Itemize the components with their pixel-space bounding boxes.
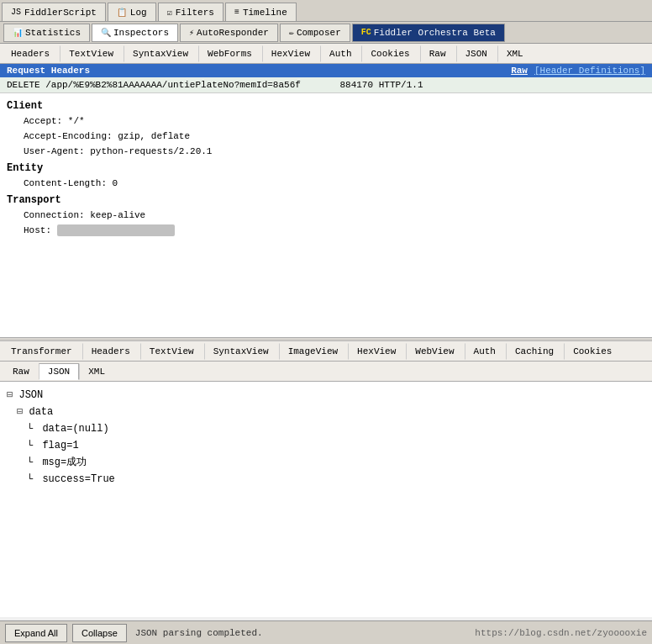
subtab-cookies[interactable]: Cookies: [361, 45, 418, 62]
tab-orchestra-label: Fiddler Orchestra Beta: [374, 28, 496, 38]
filters-icon: ☑: [167, 8, 172, 18]
subtab-webforms[interactable]: WebForms: [198, 45, 261, 62]
tab-composer[interactable]: ✏ Composer: [280, 24, 350, 42]
tree-flag-label: flag=1: [42, 440, 78, 451]
subtab-textview[interactable]: TextView: [60, 45, 123, 62]
inspectors-icon: 🔍: [101, 28, 111, 38]
header-links: Raw [Header Definitions]: [511, 66, 645, 76]
header-host: Host:: [7, 223, 645, 238]
tab-autoresponder[interactable]: ⚡ AutoResponder: [180, 24, 278, 42]
resp-tab-auth[interactable]: Auth: [465, 343, 505, 360]
resp-subtab-raw[interactable]: Raw: [3, 363, 39, 380]
raw-link[interactable]: Raw: [511, 66, 528, 76]
json-status: JSON parsing completed.: [135, 628, 263, 638]
expand-all-button[interactable]: Expand All: [5, 624, 67, 642]
tab-log[interactable]: 📋 Log: [108, 3, 156, 21]
tab-log-label: Log: [130, 8, 147, 18]
orchestra-icon: FC: [361, 28, 371, 37]
resp-tab-hexview[interactable]: HexView: [348, 343, 405, 360]
response-tab-bar: Transformer Headers TextView SyntaxView …: [0, 341, 652, 362]
timeline-icon: ≡: [234, 8, 239, 17]
fiddlerscript-icon: JS: [11, 8, 21, 17]
composer-icon: ✏: [289, 28, 294, 38]
json-tree-area: ⊟ JSON ⊟ data └ data=(null) └ flag=1 └ m…: [0, 382, 652, 617]
tab-timeline[interactable]: ≡ Timeline: [225, 3, 297, 21]
tree-node-data: ⊟ data: [7, 404, 645, 420]
tree-msg-connector: └: [27, 457, 33, 468]
resp-tab-syntaxview[interactable]: SyntaxView: [204, 343, 278, 360]
tree-data-null-connector: └: [27, 423, 33, 435]
tab-timeline-label: Timeline: [243, 8, 287, 18]
subtab-syntaxview[interactable]: SyntaxView: [124, 45, 197, 62]
section-entity: Entity: [7, 162, 645, 174]
tab-statistics-label: Statistics: [25, 28, 81, 38]
request-sub-tab-bar: Headers TextView SyntaxView WebForms Hex…: [0, 44, 652, 64]
subtab-json[interactable]: JSON: [456, 45, 497, 62]
request-http-version: 884170 HTTP/1.1: [339, 80, 423, 90]
request-headers-bar: Request Headers Raw [Header Definitions]: [0, 64, 652, 77]
header-defs-link[interactable]: [Header Definitions]: [534, 66, 645, 76]
tree-data-label: data: [29, 406, 53, 418]
subtab-headers[interactable]: Headers: [2, 45, 59, 62]
tree-flag-connector: └: [27, 440, 33, 451]
resp-tab-headers[interactable]: Headers: [82, 343, 139, 360]
resp-tab-cookies[interactable]: Cookies: [564, 343, 621, 360]
tab-statistics[interactable]: 📊 Statistics: [3, 24, 90, 42]
header-user-agent: User-Agent: python-requests/2.20.1: [7, 144, 645, 159]
collapse-button[interactable]: Collapse: [72, 624, 127, 642]
tree-root-label: JSON: [18, 389, 43, 401]
tab-orchestra[interactable]: FC Fiddler Orchestra Beta: [352, 24, 505, 42]
resp-tab-textview[interactable]: TextView: [140, 343, 203, 360]
request-method-url: DELETE /app/%E9%B2%81AAAAAAA/untiePlateN…: [7, 80, 301, 90]
subtab-raw[interactable]: Raw: [420, 45, 455, 62]
expand-data[interactable]: ⊟: [17, 406, 23, 418]
header-accept-encoding: Accept-Encoding: gzip, deflate: [7, 129, 645, 144]
tab-composer-label: Composer: [297, 28, 341, 38]
header-accept: Accept: */*: [7, 113, 645, 129]
section-client: Client: [7, 100, 645, 112]
tab-filters-label: Filters: [176, 8, 214, 18]
resp-tab-webview[interactable]: WebView: [406, 343, 463, 360]
header-content-length: Content-Length: 0: [7, 176, 645, 191]
tree-success-connector: └: [27, 473, 33, 485]
section-transport: Transport: [7, 194, 645, 206]
resp-tab-caching[interactable]: Caching: [506, 343, 563, 360]
header-connection: Connection: keep-alive: [7, 208, 645, 223]
subtab-auth[interactable]: Auth: [320, 45, 360, 62]
bottom-bar: Expand All Collapse JSON parsing complet…: [0, 620, 652, 644]
watermark-link: https://blog.csdn.net/zyooooxie: [475, 628, 647, 638]
expand-root[interactable]: ⊟: [7, 389, 13, 401]
header-content-area: Client Accept: */* Accept-Encoding: gzip…: [0, 93, 652, 337]
tree-node-success: └ success=True: [7, 471, 645, 488]
request-headers-title: Request Headers: [7, 66, 90, 76]
tree-node-flag: └ flag=1: [7, 437, 645, 454]
tab-fiddlerscript-label: FiddlerScript: [24, 8, 97, 18]
tree-node-data-null: └ data=(null): [7, 420, 645, 437]
resp-tab-transformer[interactable]: Transformer: [2, 343, 82, 360]
subtab-xml[interactable]: XML: [497, 45, 533, 62]
tree-success-label: success=True: [42, 473, 114, 485]
resp-tab-imageview[interactable]: ImageView: [279, 343, 347, 360]
statistics-icon: 📊: [13, 28, 23, 38]
autoresponder-icon: ⚡: [189, 28, 194, 38]
top-tab-bar: JS FiddlerScript 📋 Log ☑ Filters ≡ Timel…: [0, 0, 652, 22]
tab-inspectors[interactable]: 🔍 Inspectors: [92, 24, 178, 42]
tree-node-msg: └ msg=成功: [7, 454, 645, 471]
tree-msg-label: msg=成功: [42, 457, 87, 468]
request-line: DELETE /app/%E9%B2%81AAAAAAA/untiePlateN…: [0, 77, 652, 93]
tab-inspectors-label: Inspectors: [113, 28, 169, 38]
host-value-redacted: [57, 224, 175, 236]
second-tab-bar: 📊 Statistics 🔍 Inspectors ⚡ AutoResponde…: [0, 22, 652, 44]
log-icon: 📋: [117, 8, 127, 18]
tab-fiddlerscript[interactable]: JS FiddlerScript: [2, 3, 106, 21]
response-sub-tab-bar: Raw JSON XML: [0, 362, 652, 382]
tab-filters[interactable]: ☑ Filters: [158, 3, 223, 21]
tree-node-root: ⊟ JSON: [7, 387, 645, 404]
resp-subtab-json[interactable]: JSON: [39, 363, 79, 380]
resp-subtab-xml[interactable]: XML: [79, 363, 114, 380]
subtab-hexview[interactable]: HexView: [262, 45, 319, 62]
tree-data-null-label: data=(null): [42, 423, 108, 435]
tab-autoresponder-label: AutoResponder: [197, 28, 269, 38]
